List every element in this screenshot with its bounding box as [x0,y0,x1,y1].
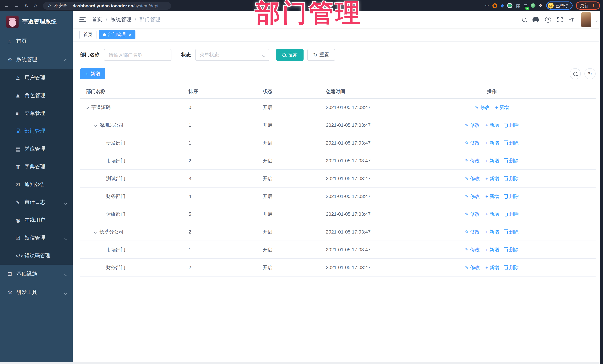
modify-link[interactable]: ✎修改 [465,229,480,235]
status-value: 开启 [258,140,321,146]
delete-link[interactable]: 删除 [505,175,519,182]
dept-name-input[interactable] [104,49,172,61]
sidebar-item-posts[interactable]: ▤ 岗位管理 [0,140,73,158]
sidebar-item-dev-tools[interactable]: ⚒ 研发工具 [0,283,73,302]
sidebar-item-dictionary[interactable]: ▥ 字典管理 [0,158,73,176]
menu-list-icon: ≡ [16,110,24,116]
tab-departments[interactable]: 部门管理 × [99,30,135,39]
sidebar-item-online-users[interactable]: ◉ 在线用户 [0,211,73,229]
reload-icon[interactable]: ↻ [24,3,29,8]
status-select[interactable]: 菜单状态 [195,49,269,61]
modify-link[interactable]: ✎修改 [465,157,480,164]
modify-link[interactable]: ✎修改 [465,211,480,217]
delete-link[interactable]: 删除 [505,122,519,128]
extension-gem-icon[interactable]: ◆ [500,3,504,8]
avatar-caret-icon[interactable] [595,16,597,23]
sidebar-item-notices[interactable]: ✉ 通知公告 [0,176,73,194]
add-child-link[interactable]: +新增 [485,157,499,164]
horizontal-scrollbar[interactable] [0,362,600,364]
active-tab-dot [103,33,106,36]
delete-link[interactable]: 删除 [505,193,519,200]
delete-link[interactable]: 删除 [505,211,519,217]
collapse-caret-icon[interactable] [86,106,89,109]
extension-key-icon[interactable] [531,3,535,8]
search-button[interactable]: 搜索 [276,49,303,61]
add-child-link[interactable]: +新增 [485,175,499,182]
sidebar-item-infrastructure[interactable]: ⊡ 基础设施 [0,265,73,283]
close-tab-icon[interactable]: × [129,33,131,37]
user-icon: ♙ [16,75,24,81]
extension-list-icon[interactable]: ≣on [524,3,527,8]
sidebar-item-users[interactable]: ♙ 用户管理 [0,69,73,87]
app-logo [6,15,19,28]
extension-ring-icon[interactable] [492,3,497,8]
page: ← → ↻ ⌂ ⚠ 不安全 dashboard.yudao.iocoder.cn… [0,0,603,364]
edit-icon: ✎ [465,141,469,145]
sidebar-item-home[interactable]: ⌂ 首页 [0,32,73,50]
status-value: 开启 [258,211,321,217]
add-button[interactable]: + 新增 [80,68,105,79]
modify-link[interactable]: ✎修改 [465,175,480,182]
modify-link[interactable]: ✎修改 [475,104,490,111]
add-child-link[interactable]: +新增 [485,140,499,146]
collapse-caret-icon[interactable] [94,124,97,127]
home-icon[interactable]: ⌂ [34,3,37,8]
delete-link[interactable]: 删除 [505,246,519,253]
kebab-menu-icon[interactable]: ⋮ [591,3,596,8]
sidebar-item-audit-log[interactable]: ✎ 审计日志 [0,194,73,211]
browser-profile-chip[interactable]: ☺ 已暂停 [546,1,573,10]
search-icon[interactable] [522,18,526,22]
help-icon[interactable]: ? [545,17,551,22]
tags-view-bar: 首页 部门管理 × [73,28,603,42]
online-dot-icon: ◉ [16,217,24,223]
breadcrumb-home[interactable]: 首页 [92,16,103,23]
sidebar-item-sms[interactable]: ☑ 短信管理 [0,229,73,247]
extension-green-icon[interactable] [508,3,513,8]
refresh-table-button[interactable]: ↻ [584,68,596,79]
show-search-toggle-button[interactable] [570,68,581,79]
sidebar-item-departments[interactable]: 品 部门管理 [0,122,73,140]
add-child-link[interactable]: +新增 [485,193,499,200]
sidebar-item-system[interactable]: ⚙ 系统管理 [0,50,73,69]
security-label[interactable]: 不安全 [54,3,67,8]
plus-icon: + [495,105,498,110]
delete-link[interactable]: 删除 [505,157,519,164]
reset-button[interactable]: ↻ 重置 [307,49,335,61]
delete-link[interactable]: 删除 [505,229,519,235]
modify-link[interactable]: ✎修改 [465,193,480,200]
tab-home[interactable]: 首页 [79,30,96,39]
sidebar-item-menus[interactable]: ≡ 菜单管理 [0,105,73,122]
forward-icon[interactable]: → [14,3,19,8]
fullscreen-icon[interactable] [557,17,563,22]
address-bar[interactable]: ⚠ 不安全 dashboard.yudao.iocoder.cn/system/… [43,2,171,10]
add-child-link[interactable]: +新增 [485,122,499,128]
font-size-icon[interactable]: TT [569,17,574,22]
sidebar-item-error-codes[interactable]: </> 错误码管理 [0,247,73,265]
modify-link[interactable]: ✎修改 [465,140,480,146]
user-avatar[interactable] [581,12,591,27]
breadcrumb-system[interactable]: 系统管理 [111,16,131,23]
modify-link[interactable]: ✎修改 [465,122,480,128]
table-row: 测试部门 3 开启 2021-01-05 17:03:47 ✎修改 +新增 删除 [80,170,596,188]
add-child-link[interactable]: +新增 [495,104,509,111]
sidebar-item-roles[interactable]: ♟ 角色管理 [0,87,73,105]
delete-link[interactable]: 删除 [505,264,519,271]
bookmark-star-icon[interactable]: ☆ [485,3,489,8]
delete-link[interactable]: 删除 [505,140,519,146]
extensions-puzzle-icon[interactable]: ❖ [539,3,543,8]
add-child-link[interactable]: +新增 [485,246,499,253]
add-child-link[interactable]: +新增 [485,229,499,235]
trash-icon [505,266,508,270]
github-icon[interactable] [533,16,539,23]
collapse-sidebar-icon[interactable] [79,17,86,22]
back-icon[interactable]: ← [4,3,9,8]
vertical-scrollbar[interactable] [600,0,603,364]
add-child-link[interactable]: +新增 [485,211,499,217]
modify-link[interactable]: ✎修改 [465,246,480,253]
browser-update-button[interactable]: 更新 ⋮ [576,1,600,10]
collapse-caret-icon[interactable] [94,230,97,233]
table-header-row: 部门名称 排序 状态 创建时间 操作 [80,85,596,99]
extension-grid-icon[interactable]: ▦ [516,3,521,8]
add-child-link[interactable]: +新增 [485,264,499,271]
modify-link[interactable]: ✎修改 [465,264,480,271]
